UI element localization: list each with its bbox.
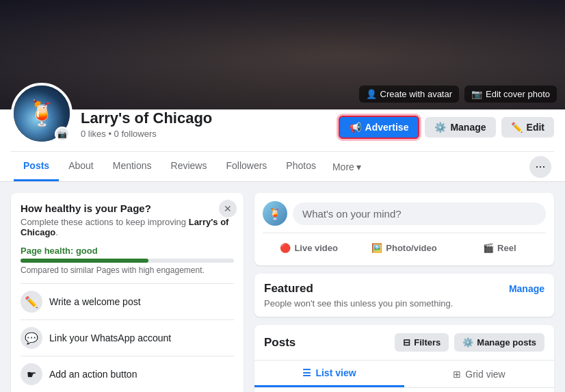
health-card-close-button[interactable]: ✕ bbox=[219, 200, 237, 218]
health-card: How healthy is your Page? Complete these… bbox=[11, 193, 244, 392]
whatsapp-icon: 💬 bbox=[21, 327, 42, 349]
left-column: How healthy is your Page? Complete these… bbox=[11, 193, 244, 392]
main-content: How healthy is your Page? Complete these… bbox=[0, 182, 565, 392]
cover-actions: 👤 Create with avatar 📷 Edit cover photo bbox=[359, 86, 557, 103]
list-icon: ☰ bbox=[302, 367, 311, 378]
posts-view-tabs: ☰ List view ⊞ Grid view bbox=[254, 361, 554, 388]
health-label-prefix: Page health: bbox=[21, 246, 76, 256]
live-icon: 🔴 bbox=[280, 243, 291, 253]
grid-icon: ⊞ bbox=[453, 369, 461, 380]
featured-manage-button[interactable]: Manage bbox=[509, 283, 544, 294]
action-button-icon: ☛ bbox=[21, 363, 42, 385]
page-wrapper: 👤 Create with avatar 📷 Edit cover photo … bbox=[0, 0, 565, 392]
profile-meta: 0 likes • 0 followers bbox=[81, 129, 330, 139]
gear-icon: ⚙️ bbox=[434, 122, 446, 133]
tab-followers[interactable]: Followers bbox=[216, 152, 276, 181]
health-desc-prefix: Complete these actions to keep improving bbox=[21, 217, 189, 227]
action-button-label: Add an action button bbox=[49, 369, 137, 380]
manage-label: Manage bbox=[450, 122, 486, 133]
whatsapp-label: Link your WhatsApp account bbox=[49, 332, 171, 343]
manage-posts-label: Manage posts bbox=[477, 337, 536, 348]
pencil-icon: ✏️ bbox=[511, 122, 523, 133]
post-item: 🍹 Larry's of Chicago updated their profi… bbox=[254, 388, 554, 392]
photo-video-button[interactable]: 🖼️ Photo/video bbox=[358, 239, 450, 257]
advertise-button[interactable]: 📢 Advertise bbox=[339, 116, 420, 139]
live-video-button[interactable]: 🔴 Live video bbox=[263, 239, 355, 257]
filter-icon: ⊟ bbox=[403, 337, 410, 348]
more-label: More bbox=[332, 161, 354, 172]
composer-input[interactable]: What's on your mind? bbox=[293, 202, 546, 225]
action-item-button[interactable]: ☛ Add an action button bbox=[21, 356, 234, 392]
featured-section: Featured Manage People won't see this un… bbox=[254, 274, 554, 317]
featured-description: People won't see this unless you pin som… bbox=[264, 298, 544, 309]
profile-header: 📷 Larry's of Chicago 0 likes • 0 followe… bbox=[11, 109, 554, 151]
megaphone-icon: 📢 bbox=[350, 122, 361, 133]
gear-posts-icon: ⚙️ bbox=[462, 337, 473, 348]
tab-photos[interactable]: Photos bbox=[276, 152, 326, 181]
health-desc-suffix: . bbox=[55, 227, 58, 237]
create-avatar-label: Create with avatar bbox=[380, 89, 453, 99]
health-label: Page health: good bbox=[21, 246, 234, 256]
edit-cover-label: Edit cover photo bbox=[486, 89, 550, 99]
posts-title: Posts bbox=[264, 336, 295, 350]
chevron-down-icon: ▾ bbox=[356, 161, 361, 172]
composer-actions: 🔴 Live video 🖼️ Photo/video 🎬 Reel bbox=[263, 233, 546, 257]
nav-tabs: Posts About Mentions Reviews Followers P… bbox=[11, 151, 554, 181]
health-value: good bbox=[76, 246, 98, 256]
post-composer: 🍹 What's on your mind? 🔴 Live video 🖼️ P… bbox=[254, 193, 554, 265]
profile-section: 📷 Larry's of Chicago 0 likes • 0 followe… bbox=[0, 109, 565, 182]
action-item-whatsapp[interactable]: 💬 Link your WhatsApp account bbox=[21, 319, 234, 356]
list-view-tab[interactable]: ☰ List view bbox=[254, 361, 404, 387]
nav-more[interactable]: More ▾ bbox=[326, 153, 368, 181]
right-column: 🍹 What's on your mind? 🔴 Live video 🖼️ P… bbox=[254, 193, 554, 392]
tab-reviews[interactable]: Reviews bbox=[161, 152, 217, 181]
photo-label: Photo/video bbox=[386, 243, 436, 253]
progress-bar-bg bbox=[21, 259, 234, 263]
camera-badge-icon: 📷 bbox=[57, 130, 67, 139]
filter-label: Filters bbox=[414, 337, 441, 348]
write-icon: ✏️ bbox=[21, 291, 42, 313]
tab-posts[interactable]: Posts bbox=[14, 152, 59, 181]
edit-cover-button[interactable]: 📷 Edit cover photo bbox=[464, 86, 557, 103]
change-avatar-button[interactable]: 📷 bbox=[55, 127, 70, 142]
filters-button[interactable]: ⊟ Filters bbox=[395, 333, 449, 352]
featured-title: Featured bbox=[264, 282, 313, 296]
edit-label: Edit bbox=[527, 122, 544, 133]
manage-posts-button[interactable]: ⚙️ Manage posts bbox=[454, 333, 544, 352]
avatar-icon: 👤 bbox=[366, 89, 377, 99]
posts-header-actions: ⊟ Filters ⚙️ Manage posts bbox=[395, 333, 544, 352]
profile-name: Larry's of Chicago bbox=[81, 109, 330, 127]
create-avatar-button[interactable]: 👤 Create with avatar bbox=[359, 86, 460, 103]
health-card-title: How healthy is your Page? bbox=[21, 202, 234, 214]
dots-icon: ··· bbox=[535, 159, 545, 174]
reel-label: Reel bbox=[497, 243, 516, 253]
advertise-label: Advertise bbox=[365, 122, 409, 133]
posts-header: Posts ⊟ Filters ⚙️ Manage posts bbox=[254, 325, 554, 361]
manage-button[interactable]: ⚙️ Manage bbox=[425, 117, 495, 138]
cover-photo: 👤 Create with avatar 📷 Edit cover photo bbox=[0, 0, 565, 109]
health-compare: Compared to similar Pages with high enga… bbox=[21, 265, 234, 275]
composer-avatar: 🍹 bbox=[263, 201, 287, 226]
progress-bar-fill bbox=[21, 259, 148, 263]
profile-buttons: 📢 Advertise ⚙️ Manage ✏️ Edit bbox=[339, 116, 554, 144]
write-label: Write a welcome post bbox=[49, 296, 141, 307]
live-label: Live video bbox=[294, 243, 338, 253]
photo-icon: 🖼️ bbox=[371, 243, 382, 253]
tab-about[interactable]: About bbox=[59, 152, 103, 181]
featured-manage-label: Manage bbox=[509, 283, 544, 294]
reel-icon: 🎬 bbox=[483, 243, 494, 253]
action-item-write[interactable]: ✏️ Write a welcome post bbox=[21, 283, 234, 319]
reel-button[interactable]: 🎬 Reel bbox=[454, 239, 546, 257]
grid-view-tab[interactable]: ⊞ Grid view bbox=[404, 361, 554, 387]
profile-info: Larry's of Chicago 0 likes • 0 followers bbox=[81, 109, 330, 144]
nav-dots-button[interactable]: ··· bbox=[529, 156, 551, 178]
edit-button[interactable]: ✏️ Edit bbox=[501, 117, 554, 138]
tab-mentions[interactable]: Mentions bbox=[103, 152, 161, 181]
composer-top: 🍹 What's on your mind? bbox=[263, 201, 546, 226]
avatar-wrap: 📷 bbox=[11, 83, 73, 144]
camera-icon: 📷 bbox=[471, 89, 482, 99]
posts-section: Posts ⊟ Filters ⚙️ Manage posts bbox=[254, 325, 554, 392]
composer-placeholder: What's on your mind? bbox=[302, 208, 402, 220]
featured-header: Featured Manage bbox=[264, 282, 544, 296]
list-view-label: List view bbox=[315, 367, 356, 378]
